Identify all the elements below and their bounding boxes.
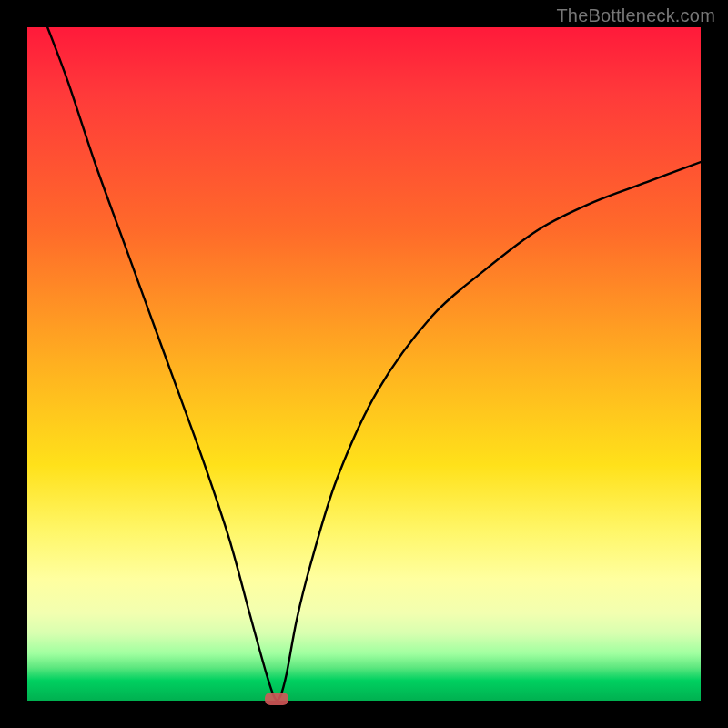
optimum-marker bbox=[265, 693, 288, 705]
chart-frame: TheBottleneck.com bbox=[0, 0, 728, 728]
plot-area bbox=[27, 27, 701, 701]
curve-path bbox=[47, 27, 701, 701]
bottleneck-curve bbox=[27, 27, 701, 701]
watermark-text: TheBottleneck.com bbox=[556, 5, 715, 26]
